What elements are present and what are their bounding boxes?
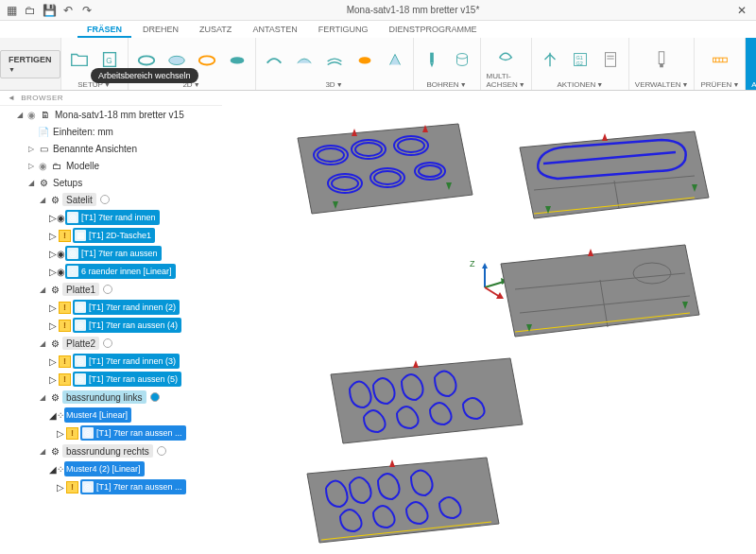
tree-op[interactable]: ▷!◎[T1] 7ter ran aussen (4): [4, 317, 220, 334]
tree-models[interactable]: ▷◉🗀Modelle: [4, 157, 220, 174]
warning-icon: !: [59, 373, 71, 386]
svg-marker-40: [352, 129, 357, 136]
plate-bass-links: [317, 351, 529, 450]
tab-antasten[interactable]: ANTASTEN: [243, 23, 306, 38]
3d-op2-icon[interactable]: [292, 47, 317, 72]
plate-platte1: [506, 124, 713, 228]
workspace-button: FERTIGEN ▼: [0, 50, 60, 78]
tab-fraesen[interactable]: FRÄSEN: [77, 23, 131, 38]
document-title: Mona-satv1-18 mm bretter v15*: [94, 5, 731, 15]
tree-root[interactable]: ◢◉🗎Mona-satv1-18 mm bretter v15: [4, 106, 220, 123]
svg-point-3: [168, 56, 184, 64]
tree-op[interactable]: ▷!◎[T1] 7ter ran aussen ...: [4, 478, 220, 495]
svg-rect-12: [605, 53, 615, 67]
tree-setup[interactable]: ◢⚙bassrundung links: [4, 389, 220, 406]
tree-op-pattern[interactable]: ◢⁘Muster4 [Linear]: [4, 407, 220, 424]
svg-point-8: [456, 54, 467, 60]
plate-satelit: [279, 119, 477, 223]
warning-icon: !: [66, 427, 78, 440]
redo-icon[interactable]: ↷: [79, 3, 94, 18]
tab-zusatz[interactable]: ZUSATZ: [190, 23, 241, 38]
svg-marker-61: [413, 360, 419, 368]
browser-panel: ◢◉🗎Mona-satv1-18 mm bretter v15 📄Einheit…: [0, 104, 222, 554]
svg-rect-7: [430, 53, 434, 63]
tree-named-views[interactable]: ▷▭Benannte Ansichten: [4, 140, 220, 157]
measure-icon[interactable]: [708, 47, 732, 72]
ribbon-group-auswaehlen: AUSWÄHLEN▼: [746, 38, 756, 90]
tree-op[interactable]: ▷!▦[T1] 2D-Tasche1: [4, 227, 220, 244]
drill-icon[interactable]: [420, 47, 444, 72]
warning-icon: !: [66, 481, 78, 493]
ribbon-group-multi: MULTI-ACHSEN▼: [481, 38, 532, 90]
generate-icon[interactable]: [538, 47, 562, 72]
2d-op4-icon[interactable]: [225, 47, 249, 72]
multi-axis-icon[interactable]: [493, 43, 518, 68]
tools-icon[interactable]: [649, 47, 674, 72]
pocket-icon: ▦: [75, 230, 86, 241]
workspace-switcher[interactable]: FERTIGEN ▼: [0, 38, 61, 90]
setup-sheet-icon[interactable]: [598, 47, 623, 72]
svg-point-2: [138, 56, 154, 64]
tree-op[interactable]: ▷◉◎[T1] 7ter ran aussen: [4, 245, 220, 262]
folder-icon[interactable]: [67, 47, 92, 72]
gcode-icon[interactable]: G1G2: [568, 47, 593, 72]
close-button[interactable]: ✕: [731, 4, 752, 17]
tree-setup[interactable]: ◢⚙Satelit: [4, 191, 220, 208]
svg-marker-48: [602, 133, 608, 141]
3d-op5-icon[interactable]: [383, 47, 407, 72]
tree-setup[interactable]: ◢⚙Platte2: [4, 335, 220, 352]
contour-icon: ◎: [67, 248, 78, 259]
svg-marker-57: [588, 249, 593, 256]
svg-marker-64: [389, 459, 395, 467]
2d-op3-icon[interactable]: [195, 47, 219, 72]
svg-marker-60: [331, 358, 523, 443]
plate-bass-rechts: [293, 450, 506, 549]
workspace-tooltip: Arbeitsbereich wechseln: [91, 68, 198, 83]
browser-collapse-icon[interactable]: ◄: [8, 94, 15, 102]
warning-icon: !: [59, 355, 71, 368]
3d-op4-icon[interactable]: [352, 47, 377, 72]
tree-op[interactable]: ▷◉◎[T1] 7ter rand innen: [4, 209, 220, 226]
tree-units[interactable]: 📄Einheiten: mm: [4, 123, 220, 140]
svg-text:G2: G2: [576, 61, 582, 66]
tree-op-pattern[interactable]: ▷◉⁘6 raender innen [Linear]: [4, 263, 220, 280]
app-menu-icon[interactable]: ▦: [4, 3, 19, 18]
ribbon-group-pruefen: PRÜFEN▼: [695, 38, 746, 90]
warning-icon: !: [59, 320, 71, 332]
file-open-icon[interactable]: 🗀: [23, 3, 38, 18]
pattern-icon: ⁘: [67, 266, 78, 277]
svg-text:G: G: [106, 57, 112, 65]
title-bar: ▦ 🗀 💾 ↶ ↷ Mona-satv1-18 mm bretter v15* …: [0, 0, 756, 21]
tab-dienst[interactable]: DIENSTPROGRAMME: [380, 23, 487, 38]
save-icon[interactable]: 💾: [42, 3, 57, 18]
svg-point-6: [358, 57, 370, 63]
svg-rect-16: [660, 64, 663, 68]
tree-setup[interactable]: ◢⚙Platte1: [4, 281, 220, 298]
tree-op-pattern[interactable]: ◢⁘Muster4 (2) [Linear]: [4, 460, 220, 477]
3d-op3-icon[interactable]: [322, 47, 347, 72]
contour-icon: ◎: [67, 212, 78, 223]
ribbon-group-bohren: BOHREN▼: [414, 38, 481, 90]
svg-rect-17: [713, 58, 728, 62]
viewport-3d[interactable]: Z: [222, 91, 756, 554]
tree-op[interactable]: ▷!◎[T1] 7ter ran aussen ...: [4, 424, 220, 441]
ribbon-group-aktionen: G1G2 AKTIONEN▼: [532, 38, 629, 90]
tab-drehen[interactable]: DREHEN: [133, 23, 188, 38]
tree-op[interactable]: ▷!◎[T1] 7ter ran aussen (5): [4, 371, 220, 388]
ribbon-group-3d: 3D▼: [256, 38, 414, 90]
tree-setups[interactable]: ◢⚙Setups: [4, 174, 220, 191]
plate-platte2: [487, 237, 704, 346]
svg-point-4: [198, 56, 215, 64]
hole-icon[interactable]: [450, 47, 474, 72]
undo-icon[interactable]: ↶: [60, 3, 76, 18]
warning-icon: !: [59, 230, 71, 242]
tree-op[interactable]: ▷!◎[T1] 7ter rand innen (3): [4, 353, 220, 370]
svg-point-5: [230, 57, 244, 63]
3d-op1-icon[interactable]: [262, 47, 286, 72]
svg-marker-62: [307, 458, 499, 543]
warning-icon: !: [59, 302, 71, 314]
tree-setup[interactable]: ◢⚙bassrundung rechts: [4, 442, 220, 459]
tab-fertigung[interactable]: FERTIGUNG: [309, 23, 378, 38]
tree-op[interactable]: ▷!◎[T1] 7ter rand innen (2): [4, 299, 220, 316]
svg-rect-15: [659, 52, 664, 64]
